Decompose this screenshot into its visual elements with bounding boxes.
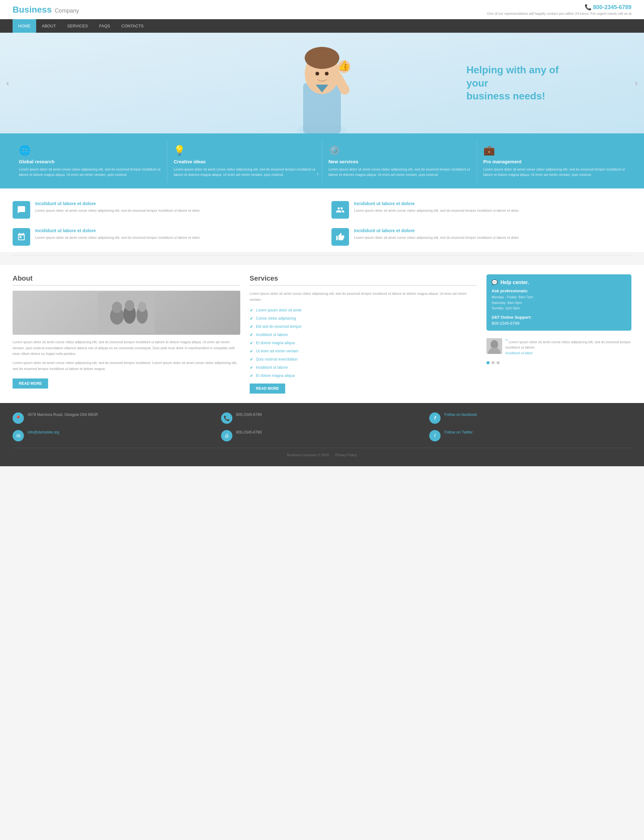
hero-prev-arrow[interactable]: ‹ xyxy=(6,78,9,88)
main-nav: HOME ABOUT SERVICES FAQS CONTACTS xyxy=(0,19,644,33)
calendar-icon xyxy=(17,232,26,241)
icon-feature-calendar: Incididunt ut labore et dolore Lorem ips… xyxy=(13,228,312,246)
footer-facebook: f Follow on facebook xyxy=(429,412,631,424)
footer-bottom: Business Company © 2015 Privacy Policy xyxy=(13,453,631,457)
services-list: ✔Lorem ipsum dolor sit amet ✔Conse ctetu… xyxy=(250,306,477,380)
chat-icon xyxy=(17,206,26,214)
services-column: Services Lorem ipsum dolor sit amet cons… xyxy=(250,274,477,394)
calendar-icon-box xyxy=(13,228,30,246)
service-item-9: ✔Et dolore magna aliqua xyxy=(250,372,477,380)
svg-point-3 xyxy=(305,47,339,69)
help-center-box: 💬 Help center. Ask professionals: Monday… xyxy=(486,274,631,331)
people-feature-text: Lorem ipsum dolor sit amet conse ctetur … xyxy=(354,208,519,214)
nav-about[interactable]: ABOUT xyxy=(36,19,62,33)
help-ask-hours-2: Saturday: 8am-5pm xyxy=(491,300,626,306)
check-icon-1: ✔ xyxy=(250,308,253,313)
about-image xyxy=(13,291,240,335)
nav-services[interactable]: SERVICES xyxy=(62,19,94,33)
testimonial-block: " Lorem ipsum dolor sit amet conse ctetu… xyxy=(486,335,631,358)
chat-icon-box xyxy=(13,201,30,219)
svg-point-8 xyxy=(325,72,329,76)
location-icon: 📍 xyxy=(13,412,24,424)
services-read-more-button[interactable]: READ MORE xyxy=(250,384,285,394)
nav-home[interactable]: HOME xyxy=(13,19,36,33)
feature-global-title: Global research xyxy=(19,159,161,164)
footer-fax: 🖨 800-2345-6790 xyxy=(221,430,423,441)
facebook-link[interactable]: Follow on facebook xyxy=(444,412,477,417)
icon-features-section: Incididunt ut labore et dolore Lorem ips… xyxy=(0,188,644,252)
privacy-policy-link[interactable]: Privacy Policy xyxy=(335,453,357,457)
check-icon-6: ✔ xyxy=(250,349,253,354)
email-icon: ✉ xyxy=(13,430,24,441)
testimonial-text: Lorem ipsum dolor sit amet conse ctetur … xyxy=(505,340,631,349)
service-item-3: ✔Elit sed do eiusmod tempor xyxy=(250,323,477,331)
chat-feature-text: Lorem ipsum dolor sit amet conse ctetur … xyxy=(35,208,200,214)
check-icon-3: ✔ xyxy=(250,324,253,329)
footer-twitter: t Follow on Twitter xyxy=(429,430,631,441)
nav-contacts[interactable]: CONTACTS xyxy=(116,19,150,33)
footer-phone-text: 800-2345-6789 xyxy=(236,412,261,417)
email-link[interactable]: info@demolink.org xyxy=(28,430,59,435)
header-contact: 📞 800-2345-6789 One of our representativ… xyxy=(487,4,631,15)
site-header: Business Company 📞 800-2345-6789 One of … xyxy=(0,0,644,19)
feature-global-research: 🌐 Global research Lorem ipsum dolor sit … xyxy=(13,140,167,182)
svg-point-12 xyxy=(112,302,122,313)
help-ask-title: Ask professionals: xyxy=(491,288,626,293)
dot-1[interactable] xyxy=(486,361,490,364)
hero-next-arrow[interactable]: › xyxy=(635,78,638,88)
people-icon xyxy=(336,206,345,214)
service-item-7: ✔Quis nostrud exercitation xyxy=(250,355,477,363)
footer-phone-icon: 📞 xyxy=(221,412,232,424)
fax-icon: 🖨 xyxy=(221,430,232,441)
footer-email: ✉ info@demolink.org xyxy=(13,430,215,441)
help-ask-professionals: Ask professionals: Monday - Friday: 8am-… xyxy=(491,288,626,311)
testimonial-dots xyxy=(486,361,631,364)
feature-creative-ideas: 💡 Creative ideas Lorem ipsum dolor sit a… xyxy=(167,140,322,182)
svg-point-18 xyxy=(491,340,498,349)
about-column: About Lorem ipsum dolor sit amet conse c… xyxy=(13,274,240,394)
service-item-2: ✔Conse ctetur adipisicing xyxy=(250,314,477,323)
hero-heading: Helping with any of your business needs! xyxy=(467,64,580,103)
about-text-2: Lorem ipsum dolor sit amet conse ctetur … xyxy=(13,360,240,372)
check-icon-5: ✔ xyxy=(250,340,253,346)
copyright-text: Business Company © 2015 xyxy=(287,453,329,457)
feature-new-services: ⚙️ New services Lorem ipsum dolor sit am… xyxy=(322,140,477,182)
about-text-1: Lorem ipsum dolor sit amet conse ctetur … xyxy=(13,339,240,357)
chat-bubble-icon: 💬 xyxy=(491,279,498,285)
services-title: Services xyxy=(250,274,477,286)
help-support-phone: 800-2345-6789 xyxy=(491,321,626,326)
check-icon-7: ✔ xyxy=(250,357,253,362)
feature-creative-arrow: › xyxy=(317,171,319,177)
feature-creative-title: Creative ideas xyxy=(174,159,315,164)
avatar-image xyxy=(486,338,502,354)
calendar-feature-title: Incididunt ut labore et dolore xyxy=(35,228,200,233)
main-content-section: About Lorem ipsum dolor sit amet conse c… xyxy=(0,265,644,403)
thumbs-feature-title: Incididunt ut labore et dolore xyxy=(354,228,519,233)
about-image-svg xyxy=(98,292,155,333)
about-read-more-button[interactable]: READ MORE xyxy=(13,379,48,389)
check-icon-4: ✔ xyxy=(250,332,253,337)
twitter-link[interactable]: Follow on Twitter xyxy=(444,430,473,435)
hero-section: ‹ 👍 Helping with any of your business ne… xyxy=(0,33,644,133)
check-icon-8: ✔ xyxy=(250,365,253,370)
feature-services-icon: ⚙️ xyxy=(329,145,470,156)
services-intro-text: Lorem ipsum dolor sit amet conse ctetur … xyxy=(250,291,477,302)
feature-management-text: Lorem ipsum dolor sit amet conse ctetur … xyxy=(483,167,625,177)
footer-divider xyxy=(13,448,631,448)
calendar-feature-text: Lorem ipsum dolor sit amet conse ctetur … xyxy=(35,235,200,240)
logo-company: Company xyxy=(55,8,79,14)
service-item-1: ✔Lorem ipsum dolor sit amet xyxy=(250,306,477,314)
footer-grid: 📍 4578 Marmora Road, Glasgow D04 89GR 📞 … xyxy=(13,412,631,441)
help-support-title: 24/7 Online Support: xyxy=(491,315,626,320)
hero-person-image: 👍 xyxy=(275,33,369,133)
dot-3[interactable] xyxy=(496,361,499,364)
nav-faqs[interactable]: FAQS xyxy=(94,19,116,33)
feature-global-icon: 🌐 xyxy=(19,145,161,156)
testimonial-link[interactable]: Incididunt ut labor xyxy=(505,351,631,355)
testimonial-avatar xyxy=(486,338,502,354)
header-phone: 📞 800-2345-6789 xyxy=(487,4,631,11)
service-item-6: ✔Ut enim ad minim veniam xyxy=(250,347,477,355)
logo: Business Company xyxy=(13,5,79,15)
dot-2[interactable] xyxy=(491,361,495,364)
features-bar: 🌐 Global research Lorem ipsum dolor sit … xyxy=(0,133,644,188)
